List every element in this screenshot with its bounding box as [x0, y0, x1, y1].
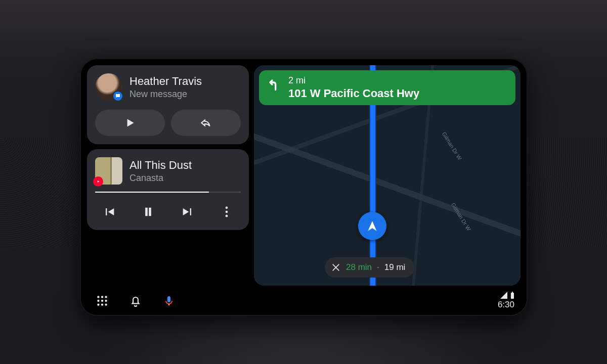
svg-point-1 [226, 211, 228, 213]
youtube-music-icon [93, 176, 103, 187]
message-sender: Heather Travis [129, 75, 202, 88]
svg-rect-15 [512, 292, 513, 293]
svg-point-7 [101, 300, 103, 302]
svg-point-10 [101, 303, 103, 305]
app-launcher-button[interactable] [93, 292, 111, 310]
signal-icon [500, 292, 508, 299]
playback-progress[interactable] [95, 192, 241, 193]
media-player-card[interactable]: All This Dust Canasta [87, 149, 249, 230]
eta-time: 28 min [346, 262, 372, 272]
infotainment-screen: Heather Travis New message [80, 58, 528, 316]
eta-chip[interactable]: 28 min · 19 mi [325, 257, 414, 278]
svg-point-2 [226, 215, 228, 217]
close-icon[interactable] [331, 262, 341, 272]
svg-rect-12 [167, 296, 170, 302]
next-track-button[interactable] [178, 202, 198, 222]
current-location-marker [358, 212, 386, 240]
album-art [95, 157, 122, 185]
play-message-button[interactable] [95, 110, 165, 136]
pause-button[interactable] [138, 202, 158, 222]
svg-point-5 [105, 296, 107, 298]
turn-left-icon [266, 76, 282, 93]
direction-road: 101 W Pacific Coast Hwy [288, 87, 419, 100]
system-bar: 6:30 [87, 286, 521, 316]
eta-distance: 19 mi [384, 262, 406, 272]
svg-rect-14 [511, 293, 514, 299]
svg-point-4 [101, 296, 103, 298]
track-artist: Canasta [129, 173, 192, 184]
notifications-button[interactable] [126, 292, 145, 310]
svg-point-9 [97, 303, 99, 305]
messages-app-icon [112, 90, 123, 102]
track-title: All This Dust [129, 159, 192, 172]
previous-track-button[interactable] [99, 202, 119, 222]
battery-icon [510, 292, 514, 299]
navigation-map[interactable]: Gilman Dr W Gilman Dr W 2 mi 101 W Pacif… [254, 65, 521, 286]
svg-point-8 [105, 300, 107, 302]
svg-point-11 [105, 303, 107, 305]
reply-button[interactable] [171, 110, 241, 136]
direction-banner[interactable]: 2 mi 101 W Pacific Coast Hwy [259, 70, 515, 105]
avatar [95, 73, 122, 101]
svg-point-6 [97, 300, 99, 302]
more-options-button[interactable] [216, 202, 237, 222]
direction-distance: 2 mi [288, 75, 419, 86]
svg-point-0 [226, 207, 228, 209]
message-notification-card[interactable]: Heather Travis New message [87, 65, 249, 144]
voice-assistant-button[interactable] [160, 292, 178, 310]
clock: 6:30 [498, 300, 514, 310]
message-subtitle: New message [129, 89, 202, 100]
eta-separator: · [377, 262, 379, 272]
svg-point-3 [97, 296, 99, 298]
